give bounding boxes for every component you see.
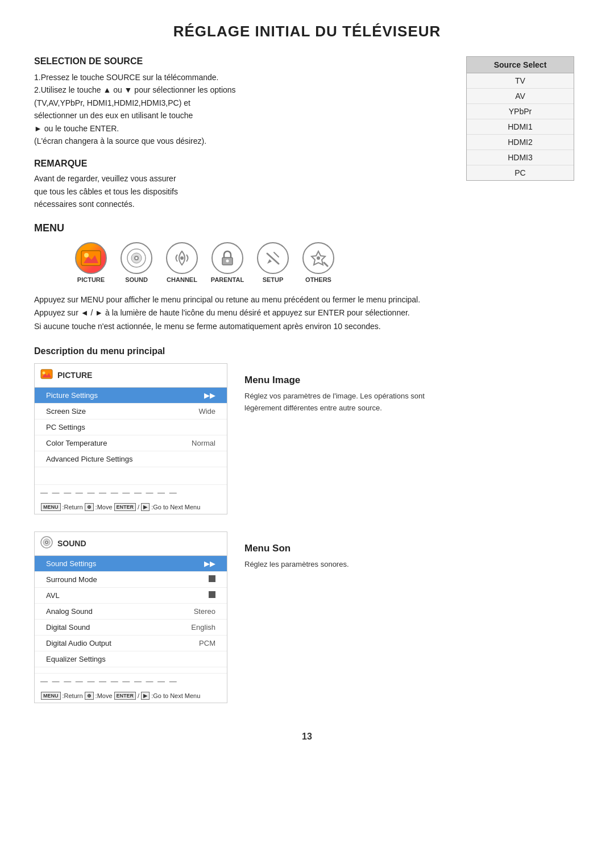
menu-icon-channel[interactable]: CHANNEL bbox=[159, 242, 205, 283]
sound-row-digital[interactable]: Digital Sound English bbox=[35, 620, 227, 636]
parental-label: PARENTAL bbox=[211, 276, 244, 283]
source-tv[interactable]: TV bbox=[467, 73, 574, 89]
picture-row-settings[interactable]: Picture Settings ▶▶ bbox=[35, 388, 227, 404]
sound-row-settings[interactable]: Sound Settings ▶▶ bbox=[35, 556, 227, 572]
picture-row-colortemp[interactable]: Color Temperature Normal bbox=[35, 435, 227, 451]
parental-icon bbox=[211, 242, 243, 274]
picture-row-pcsettings[interactable]: PC Settings bbox=[35, 420, 227, 435]
source-hdmi1[interactable]: HDMI1 bbox=[467, 119, 574, 135]
svg-point-13 bbox=[317, 256, 320, 260]
next-key: ▶ bbox=[141, 503, 150, 511]
digital-sound-value: English bbox=[191, 623, 215, 632]
sound-enter-key: ENTER bbox=[114, 692, 136, 700]
svg-point-21 bbox=[46, 542, 47, 543]
sound-icon bbox=[121, 242, 152, 274]
picture-panel-header: PICTURE bbox=[35, 364, 227, 388]
menu-icon-others[interactable]: OTHERS bbox=[296, 242, 341, 283]
surround-mode-value bbox=[209, 575, 215, 584]
picture-panel-dashes: — — — — — — — — — — — — bbox=[35, 484, 227, 500]
digital-audio-output-value: PCM bbox=[199, 639, 215, 647]
menu-icon-picture[interactable]: PICTURE bbox=[68, 242, 114, 283]
picture-row-advanced[interactable]: Advanced Picture Settings bbox=[35, 451, 227, 467]
selection-source-text: 1.Pressez le touche SOURCE sur la téléco… bbox=[34, 71, 449, 147]
source-select-box: Source Select TV AV YPbPr HDMI1 HDMI2 HD… bbox=[466, 56, 574, 181]
picture-settings-value: ▶▶ bbox=[204, 391, 215, 400]
picture-panel: PICTURE Picture Settings ▶▶ Screen Size … bbox=[34, 363, 227, 514]
svg-rect-0 bbox=[81, 251, 101, 265]
others-icon bbox=[302, 242, 334, 274]
remarque-text: Avant de regarder, veuillez vous assurer… bbox=[34, 172, 449, 210]
source-select-header: Source Select bbox=[467, 57, 574, 73]
sound-next-key: ▶ bbox=[141, 692, 150, 700]
desc-section-title: Description du menu principal bbox=[34, 346, 449, 356]
sound-row-digital-output[interactable]: Digital Audio Output PCM bbox=[35, 636, 227, 651]
menu-icon-parental[interactable]: PARENTAL bbox=[205, 242, 250, 283]
menu-image-title: Menu Image bbox=[244, 375, 449, 386]
picture-label: PICTURE bbox=[77, 276, 105, 283]
svg-point-9 bbox=[226, 259, 229, 262]
source-select-panel: Source Select TV AV YPbPr HDMI1 HDMI2 HD… bbox=[466, 56, 580, 720]
selection-source-title: SELECTION DE SOURCE bbox=[34, 56, 449, 67]
source-ypbpr[interactable]: YPbPr bbox=[467, 104, 574, 119]
picture-panel-title: PICTURE bbox=[57, 371, 92, 380]
sound-panel-icon bbox=[40, 536, 53, 551]
page-number: 13 bbox=[34, 732, 580, 742]
menu-icons-row: PICTURE SOUND bbox=[68, 242, 449, 283]
svg-marker-12 bbox=[267, 259, 272, 264]
sound-label: SOUND bbox=[125, 276, 148, 283]
color-temp-label: Color Temperature bbox=[46, 439, 107, 447]
svg-point-17 bbox=[43, 371, 45, 374]
svg-point-7 bbox=[180, 256, 184, 260]
channel-icon bbox=[166, 242, 198, 274]
equalizer-settings-label: Equalizer Settings bbox=[46, 655, 106, 663]
color-temp-value: Normal bbox=[192, 439, 215, 447]
setup-icon bbox=[257, 242, 289, 274]
digital-sound-label: Digital Sound bbox=[46, 623, 90, 632]
avl-label: AVL bbox=[46, 591, 60, 600]
source-pc[interactable]: PC bbox=[467, 165, 574, 180]
picture-panel-footer: MENU:Return ⊕:Move ENTER/ ▶:Go to Next M… bbox=[35, 500, 227, 514]
analog-sound-label: Analog Sound bbox=[46, 607, 93, 616]
others-label: OTHERS bbox=[305, 276, 331, 283]
sound-move-key: ⊕ bbox=[85, 692, 94, 700]
picture-panel-area: PICTURE Picture Settings ▶▶ Screen Size … bbox=[34, 363, 449, 514]
sound-panel: SOUND Sound Settings ▶▶ Surround Mode AV… bbox=[34, 531, 227, 703]
source-av[interactable]: AV bbox=[467, 89, 574, 104]
menu-icon-sound[interactable]: SOUND bbox=[114, 242, 159, 283]
enter-key: ENTER bbox=[114, 503, 136, 511]
picture-icon bbox=[75, 242, 107, 274]
surround-mode-label: Surround Mode bbox=[46, 575, 97, 584]
advanced-picture-label: Advanced Picture Settings bbox=[46, 455, 132, 463]
svg-line-11 bbox=[274, 252, 279, 257]
sound-row-surround[interactable]: Surround Mode bbox=[35, 572, 227, 588]
picture-row-screensize[interactable]: Screen Size Wide bbox=[35, 404, 227, 420]
source-hdmi2[interactable]: HDMI2 bbox=[467, 135, 574, 150]
source-hdmi3[interactable]: HDMI3 bbox=[467, 150, 574, 165]
digital-audio-output-label: Digital Audio Output bbox=[46, 639, 111, 647]
menu-image-text: Réglez vos paramètres de l'image. Les op… bbox=[244, 391, 449, 414]
picture-settings-label: Picture Settings bbox=[46, 391, 98, 400]
sound-panel-title: SOUND bbox=[57, 539, 86, 548]
setup-label: SETUP bbox=[263, 276, 284, 283]
sound-settings-label: Sound Settings bbox=[46, 559, 96, 568]
avl-value bbox=[209, 591, 215, 600]
menu-title: MENU bbox=[34, 222, 449, 234]
remarque-title: REMARQUE bbox=[34, 159, 449, 169]
move-key: ⊕ bbox=[85, 503, 94, 511]
menu-icon-setup[interactable]: SETUP bbox=[250, 242, 296, 283]
svg-point-2 bbox=[84, 253, 89, 258]
menu-key: MENU bbox=[41, 503, 61, 511]
picture-info: Menu Image Réglez vos paramètres de l'im… bbox=[244, 363, 449, 514]
sound-panel-footer: MENU:Return ⊕:Move ENTER/ ▶:Go to Next M… bbox=[35, 689, 227, 703]
screen-size-label: Screen Size bbox=[46, 407, 86, 416]
sound-row-avl[interactable]: AVL bbox=[35, 588, 227, 604]
channel-label: CHANNEL bbox=[167, 276, 197, 283]
screen-size-value: Wide bbox=[198, 407, 215, 416]
analog-sound-value: Stereo bbox=[194, 607, 215, 616]
sound-row-equalizer[interactable]: Equalizer Settings bbox=[35, 651, 227, 667]
sound-settings-value: ▶▶ bbox=[204, 559, 215, 568]
svg-point-6 bbox=[135, 257, 138, 259]
sound-row-analog[interactable]: Analog Sound Stereo bbox=[35, 604, 227, 620]
sound-menu-key: MENU bbox=[41, 692, 61, 700]
picture-panel-icon bbox=[40, 368, 53, 383]
